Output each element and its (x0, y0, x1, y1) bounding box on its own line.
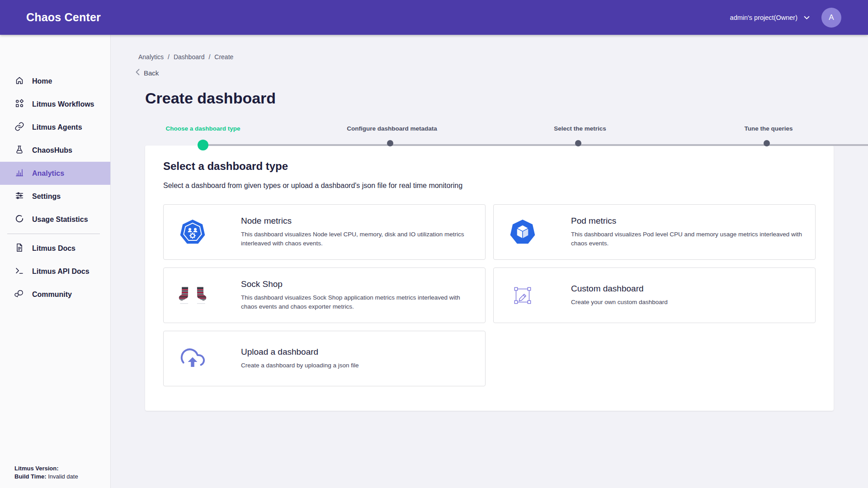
pod-metrics-icon (508, 218, 537, 247)
card-custom-dashboard[interactable]: Custom dashboard Create your own custom … (493, 267, 816, 323)
card-sock-shop[interactable]: Sock Shop This dashboard visualizes Sock… (163, 267, 486, 323)
litmus-version-label: Litmus Version: (14, 465, 59, 472)
card-description: Create your own custom dashboard (571, 298, 668, 307)
step-label-choose-type: Choose a dashboard type (165, 125, 240, 132)
step-label-tune-queries: Tune the queries (744, 125, 793, 132)
upload-cloud-icon (178, 345, 207, 372)
step-dot-pending (764, 140, 770, 146)
chat-bubbles-icon (14, 289, 24, 300)
panel-subheading: Select a dashboard from given types or u… (163, 182, 816, 190)
dashboard-type-grid: Node metrics This dashboard visualizes N… (163, 204, 816, 386)
breadcrumb-analytics[interactable]: Analytics (138, 53, 164, 61)
build-time-label: Build Time: (14, 473, 47, 480)
step-label-select-metrics: Select the metrics (554, 125, 606, 132)
sidebar-item-litmus-agents[interactable]: Litmus Agents (0, 116, 110, 139)
top-header: Chaos Center admin's project(Owner) A (0, 0, 868, 35)
home-icon (14, 75, 24, 87)
flask-icon (14, 145, 24, 156)
link-icon (14, 122, 24, 133)
breadcrumb: Analytics / Dashboard / Create (138, 53, 233, 61)
back-label: Back (144, 69, 159, 77)
loader-circle-icon (14, 214, 24, 225)
card-title: Custom dashboard (571, 284, 668, 294)
card-title: Node metrics (241, 216, 474, 226)
breadcrumb-create: Create (214, 53, 233, 61)
sock-shop-icon (178, 282, 207, 309)
step-label-configure-metadata: Configure dashboard metadata (347, 125, 437, 132)
step-dot-pending (387, 140, 393, 146)
sliders-icon (14, 191, 24, 202)
project-switcher[interactable]: admin's project(Owner) (730, 14, 810, 21)
sidebar-item-label: Community (32, 291, 72, 299)
sidebar-item-home[interactable]: Home (0, 70, 110, 93)
node-metrics-icon (178, 218, 207, 247)
card-description: This dashboard visualizes Pod level CPU … (571, 230, 804, 248)
sidebar-divider (7, 234, 100, 234)
project-label: admin's project(Owner) (730, 14, 797, 21)
card-pod-metrics[interactable]: Pod metrics This dashboard visualizes Po… (493, 204, 816, 260)
card-title: Pod metrics (571, 216, 804, 226)
chevron-down-icon (804, 14, 810, 21)
sidebar-footer: Litmus Version: Build Time: Invalid date (14, 465, 78, 481)
card-title: Sock Shop (241, 279, 474, 289)
sidebar-item-label: Litmus Agents (32, 123, 82, 131)
select-dashboard-panel: Select a dashboard type Select a dashboa… (145, 145, 834, 411)
terminal-icon (14, 266, 24, 277)
sidebar-item-label: Litmus API Docs (32, 267, 90, 276)
document-icon (14, 243, 24, 254)
step-dot-pending (575, 140, 581, 146)
sidebar-item-litmus-docs[interactable]: Litmus Docs (0, 237, 110, 260)
card-title: Upload a dashboard (241, 347, 359, 357)
workflows-icon (14, 99, 24, 110)
avatar[interactable]: A (821, 8, 841, 28)
sidebar-item-label: Litmus Workflows (32, 100, 94, 108)
bar-chart-icon (14, 168, 24, 179)
breadcrumb-dashboard[interactable]: Dashboard (174, 53, 205, 61)
back-button[interactable]: Back (136, 69, 159, 77)
sidebar-item-chaoshubs[interactable]: ChaosHubs (0, 139, 110, 162)
panel-heading: Select a dashboard type (163, 160, 816, 173)
custom-dashboard-icon (508, 282, 537, 309)
card-node-metrics[interactable]: Node metrics This dashboard visualizes N… (163, 204, 486, 260)
sidebar-item-analytics[interactable]: Analytics (0, 162, 110, 185)
app-title: Chaos Center (26, 11, 101, 24)
sidebar-item-label: Litmus Docs (32, 244, 75, 253)
card-upload-dashboard[interactable]: Upload a dashboard Create a dashboard by… (163, 331, 486, 386)
sidebar-item-settings[interactable]: Settings (0, 185, 110, 208)
breadcrumb-separator: / (208, 53, 210, 61)
sidebar-item-label: Home (32, 77, 52, 85)
card-description: This dashboard visualizes Sock Shop appl… (241, 293, 474, 311)
sidebar-item-label: Analytics (32, 169, 64, 178)
build-time-value: Invalid date (48, 473, 78, 480)
step-dot-active (198, 140, 208, 150)
sidebar-item-community[interactable]: Community (0, 283, 110, 306)
breadcrumb-separator: / (168, 53, 170, 61)
card-description: Create a dashboard by uploading a json f… (241, 361, 359, 370)
sidebar-item-label: ChaosHubs (32, 146, 72, 155)
sidebar-item-label: Settings (32, 192, 61, 201)
card-description: This dashboard visualizes Node level CPU… (241, 230, 474, 248)
chevron-left-icon (136, 69, 140, 77)
page-title: Create dashboard (145, 89, 276, 107)
sidebar-item-litmus-workflows[interactable]: Litmus Workflows (0, 93, 110, 116)
sidebar: Home Litmus Workflows Litmus Agents Chao… (0, 35, 111, 488)
sidebar-item-usage-statistics[interactable]: Usage Statistics (0, 208, 110, 231)
sidebar-item-litmus-api-docs[interactable]: Litmus API Docs (0, 260, 110, 283)
chaos-center-app: Chaos Center admin's project(Owner) A Ho… (0, 0, 868, 488)
sidebar-item-label: Usage Statistics (32, 216, 88, 224)
